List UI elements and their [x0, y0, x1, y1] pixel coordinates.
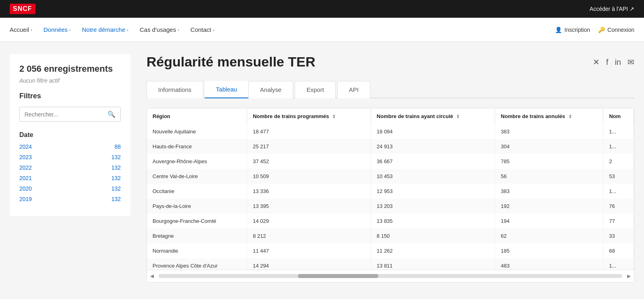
nav-accueil[interactable]: Accueil ›: [10, 26, 32, 33]
cell-programmes: 10 509: [247, 169, 371, 184]
cell-programmes: 25 217: [247, 139, 371, 154]
api-link[interactable]: Accéder à l'API ↗: [590, 6, 634, 12]
table-scroll-area[interactable]: Région Nombre de trains programmés ⇕ Nom…: [147, 108, 634, 270]
table-row: Centre Val-de-Loire 10 509 10 453 56 53: [147, 169, 634, 184]
col-annules[interactable]: Nombre de trains annulés ⇕: [495, 108, 603, 124]
scroll-left-arrow[interactable]: ◀: [147, 272, 157, 280]
cell-annules: 304: [495, 139, 603, 154]
facebook-icon[interactable]: f: [606, 58, 609, 67]
nav-cas-usages[interactable]: Cas d'usages ›: [140, 26, 179, 33]
filter-item: 2022 132: [19, 164, 121, 171]
chevron-icon: ›: [127, 27, 128, 32]
cell-annules: 194: [495, 214, 603, 228]
cell-region: Occitanie: [147, 184, 247, 199]
tabs: Informations Tableau Analyse Export API: [147, 81, 634, 98]
connexion-button[interactable]: 🔑 Connexion: [598, 27, 634, 33]
cell-nom: 68: [603, 243, 634, 258]
twitter-icon[interactable]: ✕: [593, 57, 600, 67]
search-icon[interactable]: 🔍: [107, 110, 116, 118]
cell-programmes: 13 336: [247, 184, 371, 199]
scrollbar-track[interactable]: [159, 274, 622, 278]
table-header-row: Région Nombre de trains programmés ⇕ Nom…: [147, 108, 634, 124]
cell-programmes: 37 452: [247, 154, 371, 169]
filter-year-label[interactable]: 2021: [19, 175, 32, 181]
scroll-right-arrow[interactable]: ▶: [624, 272, 634, 280]
tab-informations[interactable]: Informations: [147, 81, 203, 98]
cell-programmes: 14 294: [247, 258, 371, 270]
filter-year-label[interactable]: 2019: [19, 196, 32, 202]
cell-circule: 24 913: [371, 139, 495, 154]
tab-export[interactable]: Export: [295, 81, 335, 98]
filter-year-count: 132: [111, 175, 121, 181]
filter-year-label[interactable]: 2020: [19, 185, 32, 192]
data-table: Région Nombre de trains programmés ⇕ Nom…: [147, 108, 634, 270]
chevron-icon: ›: [31, 27, 32, 32]
cell-nom: 1...: [603, 139, 634, 154]
main-content: 2 056 enregistrements Aucun filtre actif…: [0, 42, 644, 295]
col-nom: Nom: [603, 108, 634, 124]
col-region[interactable]: Région: [147, 108, 247, 124]
cell-region: Centre Val-de-Loire: [147, 169, 247, 184]
inscription-button[interactable]: 👤 Inscription: [555, 27, 590, 33]
tab-api[interactable]: API: [337, 81, 370, 98]
cell-nom: 77: [603, 214, 634, 228]
cell-annules: 785: [495, 154, 603, 169]
cell-circule: 13 811: [371, 258, 495, 270]
cell-annules: 192: [495, 199, 603, 214]
filter-year-label[interactable]: 2023: [19, 154, 32, 160]
data-table-container: Région Nombre de trains programmés ⇕ Nom…: [147, 108, 634, 282]
cell-nom: 33: [603, 228, 634, 243]
cell-region: Nouvelle Aquitaine: [147, 124, 247, 139]
login-icon: 🔑: [598, 27, 605, 33]
scrollbar-thumb: [298, 274, 378, 278]
filter-item: 2021 132: [19, 175, 121, 181]
filter-year-label[interactable]: 2024: [19, 143, 32, 150]
cell-circule: 11 262: [371, 243, 495, 258]
cell-region: Bourgogne-Franche-Comté: [147, 214, 247, 228]
filter-year-label[interactable]: 2022: [19, 164, 32, 171]
sidebar: 2 056 enregistrements Aucun filtre actif…: [10, 54, 130, 216]
table-row: Nouvelle Aquitaine 18 477 18 094 383 1..…: [147, 124, 634, 139]
dataset-area: Régularité mensuelle TER ✕ f in ✉ Inform…: [147, 54, 634, 282]
nav-left: Accueil › Données › Notre démarche › Cas…: [10, 26, 214, 33]
nav-demarche[interactable]: Notre démarche ›: [82, 26, 128, 33]
cell-circule: 13 203: [371, 199, 495, 214]
filter-item: 2024 88: [19, 143, 121, 150]
cell-circule: 12 953: [371, 184, 495, 199]
cell-annules: 62: [495, 228, 603, 243]
cell-programmes: 11 447: [247, 243, 371, 258]
horizontal-scrollbar[interactable]: ◀ ▶: [147, 270, 634, 282]
cell-circule: 36 667: [371, 154, 495, 169]
nav-right: 👤 Inscription 🔑 Connexion: [555, 27, 634, 33]
search-input[interactable]: [25, 111, 107, 118]
tab-analyse[interactable]: Analyse: [248, 81, 293, 98]
nav-contact[interactable]: Contact ›: [190, 26, 214, 33]
filter-item: 2019 132: [19, 196, 121, 202]
cell-region: Provence Alpes Côte d'Azur: [147, 258, 247, 270]
dataset-title: Régularité mensuelle TER: [147, 54, 315, 70]
cell-region: Normandie: [147, 243, 247, 258]
linkedin-icon[interactable]: in: [615, 58, 621, 67]
cell-region: Bretagne: [147, 228, 247, 243]
table-row: Auvergne-Rhône-Alpes 37 452 36 667 785 2: [147, 154, 634, 169]
email-icon[interactable]: ✉: [627, 57, 634, 67]
user-icon: 👤: [555, 27, 562, 33]
sncf-logo: SNCF: [10, 4, 35, 14]
col-programmes[interactable]: Nombre de trains programmés ⇕: [247, 108, 371, 124]
filter-year-count: 132: [111, 164, 121, 171]
table-row: Bourgogne-Franche-Comté 14 029 13 835 19…: [147, 214, 634, 228]
col-circule[interactable]: Nombre de trains ayant circulé ⇕: [371, 108, 495, 124]
search-container: 🔍: [19, 107, 121, 122]
chevron-icon: ›: [213, 27, 215, 32]
filter-year-count: 132: [111, 185, 121, 192]
cell-annules: 56: [495, 169, 603, 184]
nav-donnees[interactable]: Données ›: [43, 26, 71, 33]
sort-icon: ⇕: [568, 114, 572, 119]
record-count: 2 056 enregistrements: [19, 64, 121, 74]
date-filter-list: 2024 88 2023 132 2022 132 2021 132 2020 …: [19, 143, 121, 202]
cell-circule: 8 150: [371, 228, 495, 243]
filter-year-count: 88: [114, 143, 121, 150]
chevron-icon: ›: [69, 27, 71, 32]
cell-region: Hauts-de-France: [147, 139, 247, 154]
tab-tableau[interactable]: Tableau: [205, 81, 249, 98]
